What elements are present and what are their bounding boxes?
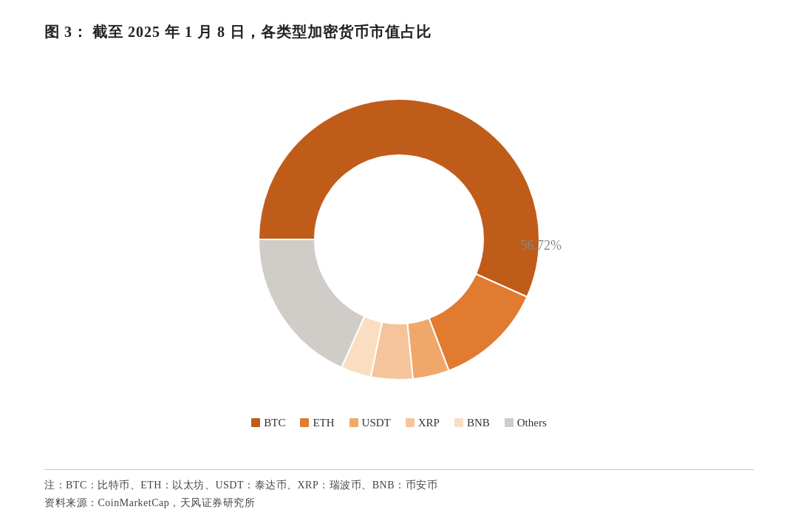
chart-legend: BTCETHUSDTXRPBNBOthers (251, 417, 547, 429)
btc-percentage-label: 56.72% (521, 237, 562, 253)
legend-dot-xrp (406, 418, 415, 427)
legend-dot-eth (300, 418, 309, 427)
legend-dot-usdt (349, 418, 358, 427)
legend-label-btc: BTC (264, 417, 285, 429)
legend-item-btc: BTC (251, 417, 285, 429)
footer-note: 注：BTC：比特币、ETH：以太坊、USDT：泰达币、XRP：瑞波币、BNB：币… (44, 479, 754, 492)
legend-item-eth: ETH (300, 417, 334, 429)
legend-label-xrp: XRP (418, 417, 440, 429)
legend-dot-others (505, 418, 514, 427)
chart-footer: 注：BTC：比特币、ETH：以太坊、USDT：泰达币、XRP：瑞波币、BNB：币… (44, 469, 754, 510)
legend-item-bnb: BNB (454, 417, 490, 429)
legend-label-bnb: BNB (467, 417, 490, 429)
segment-others (259, 239, 364, 367)
legend-item-xrp: XRP (406, 417, 440, 429)
main-container: 图 3： 截至 2025 年 1 月 8 日，各类型加密货币市值占比 56.72… (0, 0, 798, 532)
legend-label-eth: ETH (313, 417, 334, 429)
chart-title: 图 3： 截至 2025 年 1 月 8 日，各类型加密货币市值占比 (44, 22, 754, 42)
legend-dot-btc (251, 418, 260, 427)
chart-area: 56.72% BTCETHUSDTXRPBNBOthers (44, 57, 754, 456)
donut-chart-wrapper: 56.72% (244, 84, 554, 395)
legend-label-others: Others (517, 417, 547, 429)
footer-source: 资料来源：CoinMarketCap，天风证券研究所 (44, 497, 754, 510)
legend-label-usdt: USDT (362, 417, 391, 429)
donut-chart-svg (244, 84, 554, 395)
legend-item-usdt: USDT (349, 417, 391, 429)
legend-item-others: Others (505, 417, 547, 429)
legend-dot-bnb (454, 418, 463, 427)
